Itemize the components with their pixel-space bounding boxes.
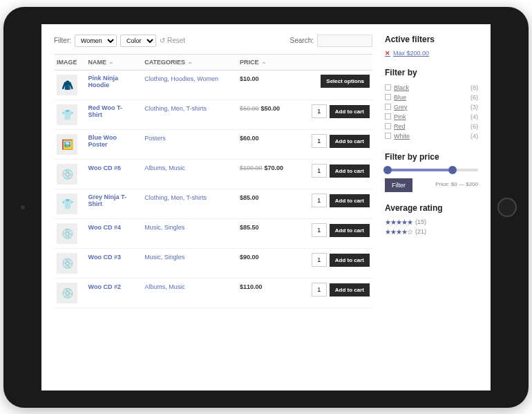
active-filters: Active filters ✕ Max $200.00 [385, 35, 478, 57]
col-action [296, 54, 372, 70]
filter-attr-item[interactable]: Black(8) [385, 83, 478, 93]
add-to-cart-button[interactable]: Add to cart [330, 135, 370, 148]
filter-attr-item[interactable]: Grey(3) [385, 102, 478, 112]
filter-by-price: Filter by price Filter Price: $0 — $200 [385, 152, 478, 192]
checkbox-icon[interactable] [385, 84, 391, 91]
search-input[interactable] [317, 35, 372, 47]
average-rating: Average rating ★★★★★(15)★★★★☆(21) [385, 203, 478, 236]
price-slider[interactable] [385, 169, 478, 171]
add-to-cart-button[interactable]: Add to cart [330, 224, 370, 237]
search-label: Search: [290, 37, 314, 44]
product-categories[interactable]: Clothing, Hoodies, Women [144, 75, 218, 82]
attr-count: (8) [471, 84, 478, 91]
product-name-link[interactable]: Red Woo T-Shirt [88, 104, 130, 118]
col-name[interactable]: NAME [86, 54, 142, 70]
qty-input[interactable] [312, 194, 327, 207]
filter-attr-item[interactable]: White(4) [385, 131, 478, 141]
product-name-link[interactable]: Grey Ninja T-Shirt [88, 194, 130, 207]
filter-attr-item[interactable]: Blue(6) [385, 93, 478, 102]
attr-count: (4) [471, 133, 478, 140]
filter-button[interactable]: Filter [385, 178, 412, 192]
product-thumb[interactable]: 💿 [57, 223, 77, 244]
add-to-cart-button[interactable]: Add to cart [330, 254, 370, 267]
product-thumb[interactable]: 💿 [57, 164, 77, 185]
table-row: 💿 Woo CD #4 Music, Singles $85.50 Add to… [54, 218, 372, 248]
add-to-cart-button[interactable]: Add to cart [330, 164, 370, 178]
filter-label: Filter: [54, 37, 71, 44]
product-name-link[interactable]: Woo CD #2 [88, 283, 121, 290]
product-categories[interactable]: Clothing, Men, T-shirts [144, 105, 207, 112]
slider-handle-max[interactable] [448, 166, 457, 174]
product-name-link[interactable]: Woo CD #3 [88, 254, 121, 261]
product-thumb[interactable]: 👕 [57, 104, 77, 125]
rating-filter-row[interactable]: ★★★★☆(21) [385, 228, 478, 236]
checkbox-icon[interactable] [385, 123, 391, 129]
slider-handle-min[interactable] [383, 166, 392, 174]
product-name-link[interactable]: Woo CD #4 [88, 224, 121, 231]
col-categories[interactable]: CATEGORIES [142, 54, 237, 70]
table-row: 👕 Grey Ninja T-Shirt Clothing, Men, T-sh… [54, 189, 372, 218]
product-price: $60.00$50.00 [240, 105, 280, 112]
add-to-cart-button[interactable]: Select options [321, 75, 370, 88]
attr-count: (6) [471, 123, 478, 130]
qty-input[interactable] [312, 283, 327, 297]
table-row: 💿 Woo CD #3 Music, Singles $90.00 Add to… [54, 248, 372, 278]
reset-button[interactable]: ↺ Reset [160, 37, 185, 44]
price-range-label: Price: $0 — $200 [435, 181, 478, 187]
product-thumb[interactable]: 🖼️ [57, 134, 77, 155]
attr-count: (4) [471, 113, 478, 120]
filter-attr-item[interactable]: Red(6) [385, 122, 478, 131]
attr-count: (3) [471, 104, 478, 111]
product-categories[interactable]: Albums, Music [144, 283, 185, 290]
reset-icon: ↺ [160, 37, 165, 44]
product-name-link[interactable]: Woo CD #6 [88, 164, 121, 171]
stars-icon: ★★★★☆ [385, 228, 412, 236]
checkbox-icon[interactable] [385, 133, 391, 139]
product-price: $10.00 [240, 75, 259, 82]
add-to-cart-button[interactable]: Add to cart [330, 105, 370, 118]
product-categories[interactable]: Albums, Music [144, 164, 185, 171]
home-button[interactable] [497, 198, 517, 217]
filter-select-women[interactable]: Women [75, 35, 117, 47]
product-categories[interactable]: Clothing, Men, T-shirts [144, 194, 207, 201]
rating-filter-row[interactable]: ★★★★★(15) [385, 218, 478, 226]
product-categories[interactable]: Music, Singles [144, 254, 184, 261]
rating-count: (15) [415, 218, 426, 225]
add-to-cart-button[interactable]: Add to cart [330, 194, 370, 207]
product-price: $90.00 [240, 254, 259, 261]
filter-attr-item[interactable]: Pink(4) [385, 112, 478, 122]
col-price[interactable]: PRICE [237, 54, 296, 70]
filter-select-color[interactable]: Color [120, 35, 156, 47]
qty-input[interactable] [312, 134, 327, 148]
rating-title: Average rating [385, 203, 478, 213]
product-thumb[interactable]: 💿 [57, 253, 77, 274]
checkbox-icon[interactable] [385, 94, 391, 100]
qty-input[interactable] [312, 223, 327, 237]
stars-icon: ★★★★★ [385, 218, 412, 226]
product-categories[interactable]: Music, Singles [144, 224, 184, 231]
checkbox-icon[interactable] [385, 104, 391, 110]
active-filters-title: Active filters [385, 35, 478, 44]
checkbox-icon[interactable] [385, 113, 391, 120]
active-filter-item[interactable]: ✕ Max $200.00 [385, 50, 478, 57]
product-price: $100.00$70.00 [240, 164, 283, 171]
product-thumb[interactable]: 🧥 [57, 75, 77, 95]
table-row: 🖼️ Blue Woo Poster Posters $60.00 Add to… [54, 129, 372, 159]
product-name-link[interactable]: Blue Woo Poster [88, 134, 130, 148]
product-name-link[interactable]: Pink Ninja Hoodie [88, 75, 130, 88]
qty-input[interactable] [312, 164, 327, 178]
qty-input[interactable] [312, 253, 327, 267]
product-price: $60.00 [240, 135, 259, 142]
table-row: 💿 Woo CD #2 Albums, Music $110.00 Add to… [54, 278, 372, 308]
product-thumb[interactable]: 💿 [57, 283, 77, 303]
add-to-cart-button[interactable]: Add to cart [330, 283, 370, 297]
table-row: 👕 Red Woo T-Shirt Clothing, Men, T-shirt… [54, 100, 372, 129]
remove-filter-icon[interactable]: ✕ [385, 50, 390, 57]
product-categories[interactable]: Posters [144, 135, 166, 142]
product-price: $110.00 [240, 283, 263, 290]
qty-input[interactable] [312, 104, 327, 118]
col-image[interactable]: IMAGE [54, 54, 86, 70]
product-price: $85.50 [240, 224, 259, 231]
attr-count: (6) [471, 94, 478, 101]
product-thumb[interactable]: 👕 [57, 194, 77, 214]
